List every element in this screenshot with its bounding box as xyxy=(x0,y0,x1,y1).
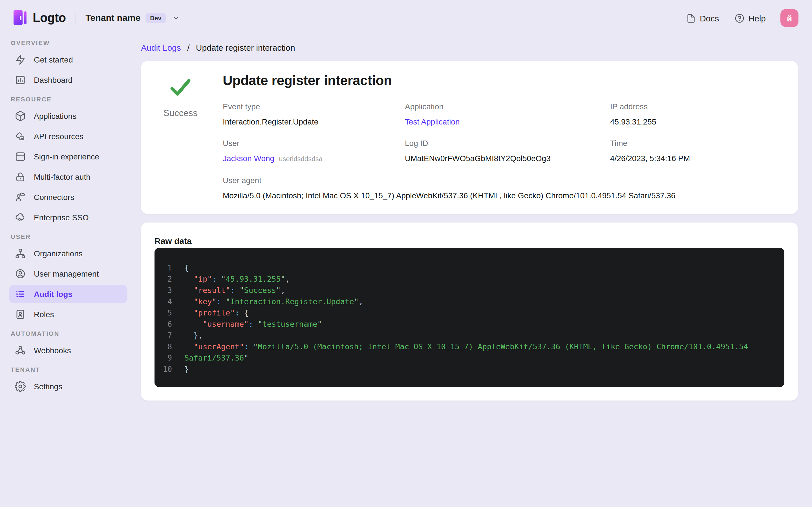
code-line: 9Safari/537.36" xyxy=(162,352,771,363)
logto-console: Logto Tenant name Dev Docs Help й xyxy=(0,0,812,507)
field-event-type: Event type Interaction.Register.Update xyxy=(223,101,405,127)
sidebar-item-label: Settings xyxy=(34,382,62,391)
main-content: Audit Logs / Update register interaction… xyxy=(137,36,812,507)
code-line: 5 "profile": { xyxy=(162,307,771,318)
sidebar-item-label: User management xyxy=(34,269,99,278)
code-line: 8 "userAgent": "Mozilla/5.0 (Macintosh; … xyxy=(162,341,771,352)
sidebar-item-multi-factor-auth[interactable]: Multi-factor auth xyxy=(9,168,128,186)
sidebar-item-label: Sign-in experience xyxy=(34,152,99,161)
field-log-id: Log ID UMatENw0rFWO5aGbMI8tY2Qol50eOg3 xyxy=(405,138,610,164)
field-ip-address: IP address 45.93.31.255 xyxy=(610,101,784,127)
line-number: 9 xyxy=(162,352,172,363)
gear-icon xyxy=(15,381,26,392)
sidebar-item-organizations[interactable]: Organizations xyxy=(9,244,128,263)
line-number: 3 xyxy=(162,284,172,296)
sidebar-item-label: API resources xyxy=(34,132,84,141)
sidebar-item-connectors[interactable]: Connectors xyxy=(9,188,128,206)
logto-logo-icon xyxy=(13,10,28,26)
event-detail-card: Success Update register interaction Even… xyxy=(141,61,798,214)
page-title: Update register interaction xyxy=(223,72,784,89)
line-number: 2 xyxy=(162,273,172,284)
field-user-agent: User agent Mozilla/5.0 (Macintosh; Intel… xyxy=(223,175,784,201)
breadcrumb-current: Update register interaction xyxy=(196,43,295,52)
sidebar-section-tenant: TENANT xyxy=(9,366,128,374)
line-number: 7 xyxy=(162,330,172,341)
sidebar-item-label: Webhooks xyxy=(34,346,71,355)
code-line: 2 "ip": "45.93.31.255", xyxy=(162,273,771,284)
chevron-down-icon[interactable] xyxy=(172,14,180,22)
sidebar-item-webhooks[interactable]: Webhooks xyxy=(9,341,128,359)
help-button[interactable]: Help xyxy=(735,13,766,23)
code-line: 6 "username": "testusername" xyxy=(162,318,771,330)
org-tree-icon xyxy=(15,248,26,259)
field-time: Time 4/26/2023, 5:34:16 PM xyxy=(610,138,784,164)
user-id: useridsddsdsa xyxy=(279,155,322,163)
help-label: Help xyxy=(748,13,766,23)
lock-icon xyxy=(15,171,26,182)
sidebar-item-label: Connectors xyxy=(34,193,74,202)
webhook-icon xyxy=(15,345,26,356)
user-link[interactable]: Jackson Wong xyxy=(223,154,274,163)
sidebar-item-get-started[interactable]: Get started xyxy=(9,51,128,69)
docs-label: Docs xyxy=(700,13,719,23)
breadcrumb: Audit Logs / Update register interaction xyxy=(141,42,798,54)
logo-text: Logto xyxy=(33,11,66,25)
field-user: User Jackson Wonguseridsddsdsa xyxy=(223,138,405,164)
bar-chart-icon xyxy=(15,74,26,86)
role-badge-icon xyxy=(15,309,26,320)
breadcrumb-audit-logs-link[interactable]: Audit Logs xyxy=(141,43,181,52)
status-column: Success xyxy=(154,72,206,201)
code-line: 10} xyxy=(162,363,771,375)
sidebar-item-label: Multi-factor auth xyxy=(34,172,91,181)
topbar: Logto Tenant name Dev Docs Help й xyxy=(0,0,812,36)
sidebar-item-label: Enterprise SSO xyxy=(34,213,89,222)
sidebar-section-overview: OVERVIEW xyxy=(9,40,128,47)
application-link[interactable]: Test Application xyxy=(405,117,460,126)
cloud-box-icon xyxy=(15,131,26,142)
sidebar-item-dashboard[interactable]: Dashboard xyxy=(9,71,128,89)
sidebar-item-sign-in-experience[interactable]: Sign-in experience xyxy=(9,148,128,166)
raw-data-code-block: 1{2 "ip": "45.93.31.255",3 "result": "Su… xyxy=(154,248,784,387)
raw-data-title: Raw data xyxy=(154,236,784,246)
sidebar-item-audit-logs[interactable]: Audit logs xyxy=(9,285,128,303)
code-line: 3 "result": "Success", xyxy=(162,284,771,296)
sidebar-item-label: Roles xyxy=(34,310,54,319)
success-check-icon xyxy=(167,74,193,100)
lightning-icon xyxy=(15,54,26,65)
line-number: 4 xyxy=(162,296,172,307)
sidebar-section-resource: RESOURCE xyxy=(9,96,128,103)
sidebar-item-label: Get started xyxy=(34,55,73,64)
sidebar-item-api-resources[interactable]: API resources xyxy=(9,127,128,145)
sidebar-item-roles[interactable]: Roles xyxy=(9,305,128,323)
code-line: 7 }, xyxy=(162,330,771,341)
document-icon xyxy=(686,13,696,23)
help-circle-icon xyxy=(735,13,744,23)
sidebar-item-enterprise-sso[interactable]: Enterprise SSO xyxy=(9,209,128,226)
line-number: 1 xyxy=(162,262,172,273)
status-badge: Success xyxy=(163,108,198,118)
topbar-divider xyxy=(75,12,76,24)
sidebar: OVERVIEW Get started Dashboard RESOURCE … xyxy=(0,36,137,507)
env-badge: Dev xyxy=(146,13,166,23)
code-line: 4 "key": "Interaction.Register.Update", xyxy=(162,296,771,307)
sidebar-item-applications[interactable]: Applications xyxy=(9,107,128,125)
sidebar-item-label: Organizations xyxy=(34,249,83,258)
field-application: Application Test Application xyxy=(405,101,610,127)
person-cloud-icon xyxy=(15,191,26,203)
sidebar-section-user: USER xyxy=(9,233,128,240)
code-line: 1{ xyxy=(162,262,771,273)
sidebar-item-settings[interactable]: Settings xyxy=(9,378,128,395)
line-number: 5 xyxy=(162,307,172,318)
line-number: 6 xyxy=(162,318,172,330)
docs-button[interactable]: Docs xyxy=(686,13,719,23)
raw-data-card: Raw data 1{2 "ip": "45.93.31.255",3 "res… xyxy=(141,223,798,400)
avatar[interactable]: й xyxy=(780,9,799,27)
audit-list-icon xyxy=(15,288,26,300)
browser-window-icon xyxy=(15,151,26,162)
tenant-name[interactable]: Tenant name xyxy=(86,13,140,23)
sidebar-item-label: Dashboard xyxy=(34,75,72,84)
cube-icon xyxy=(15,110,26,122)
sidebar-item-user-management[interactable]: User management xyxy=(9,265,128,283)
line-number: 10 xyxy=(162,363,172,375)
event-fields-grid: Event type Interaction.Register.Update A… xyxy=(223,101,784,201)
